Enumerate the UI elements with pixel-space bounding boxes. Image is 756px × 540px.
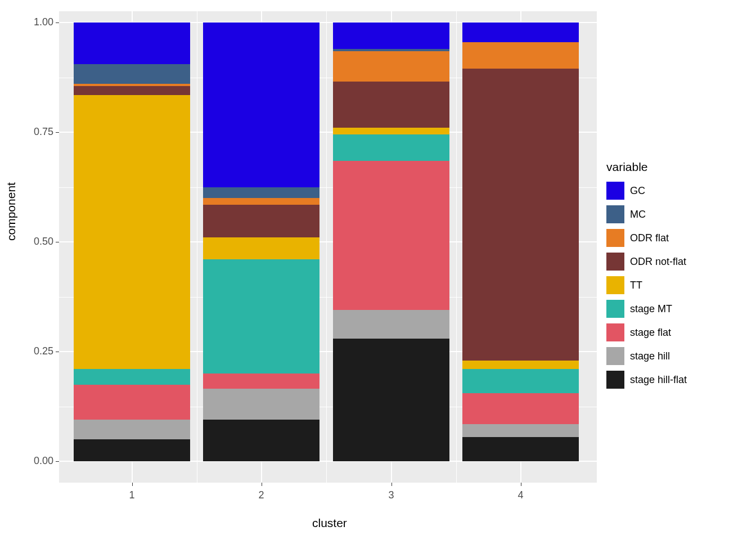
seg-ODR-not-flat: [333, 82, 449, 128]
y-tick-label: 0.50: [25, 236, 53, 248]
seg-stage-MT: [462, 369, 579, 393]
minor-vgridline: [456, 11, 457, 483]
seg-stage-hill: [74, 420, 190, 439]
legend-swatch: [606, 253, 624, 271]
seg-stage-hill-flat: [74, 439, 190, 461]
legend-item-stage-flat: stage flat: [606, 323, 687, 341]
bar-cluster-1: [74, 22, 190, 461]
bar-cluster-2: [203, 22, 320, 461]
legend-item-GC: GC: [606, 182, 687, 200]
seg-TT: [203, 237, 320, 259]
seg-ODR-not-flat: [74, 86, 190, 95]
seg-TT: [74, 95, 190, 370]
x-tick: [521, 483, 521, 486]
y-tick: [56, 242, 59, 242]
legend-label: stage flat: [630, 327, 671, 339]
seg-stage-hill: [333, 310, 449, 339]
minor-vgridline: [197, 11, 197, 483]
legend-swatch: [606, 276, 624, 294]
y-tick-label: 0.00: [25, 455, 53, 467]
legend-item-stage-hill-flat: stage hill-flat: [606, 371, 687, 389]
seg-stage-flat: [333, 161, 449, 310]
seg-ODR-flat: [333, 51, 449, 82]
legend-item-ODR-flat: ODR flat: [606, 229, 687, 247]
legend-swatch: [606, 229, 624, 247]
x-tick-label: 3: [386, 489, 397, 501]
seg-stage-hill-flat: [333, 339, 449, 461]
legend-swatch: [606, 347, 624, 365]
legend-item-ODR-not-flat: ODR not-flat: [606, 253, 687, 271]
seg-ODR-flat: [74, 84, 190, 86]
seg-MC: [203, 187, 320, 199]
bar-cluster-4: [462, 22, 579, 461]
legend-label: ODR flat: [630, 232, 669, 244]
y-tick: [56, 461, 59, 462]
y-axis-title: component: [4, 182, 18, 241]
legend-label: stage MT: [630, 303, 672, 315]
seg-GC: [203, 22, 320, 187]
seg-stage-MT: [74, 369, 190, 384]
x-tick-label: 1: [127, 489, 138, 501]
legend-label: GC: [630, 185, 645, 197]
legend-label: stage hill: [630, 350, 670, 362]
legend-swatch: [606, 205, 624, 223]
y-tick-label: 0.75: [25, 126, 53, 138]
seg-MC: [333, 49, 449, 51]
seg-ODR-flat: [203, 198, 320, 205]
seg-GC: [74, 22, 190, 64]
x-tick: [392, 483, 392, 486]
seg-TT: [462, 361, 579, 370]
seg-stage-hill-flat: [203, 420, 320, 461]
seg-stage-hill-flat: [462, 437, 579, 461]
legend-swatch: [606, 182, 624, 200]
seg-stage-flat: [74, 385, 190, 420]
x-axis-title: cluster: [312, 516, 347, 530]
legend-title: variable: [606, 160, 687, 174]
legend-label: MC: [630, 209, 646, 220]
legend-label: ODR not-flat: [630, 256, 686, 268]
y-tick: [56, 352, 59, 352]
x-tick-label: 4: [515, 489, 526, 501]
y-tick-label: 0.25: [25, 345, 53, 357]
y-tick-label: 1.00: [25, 16, 53, 28]
seg-stage-flat: [462, 393, 579, 424]
seg-stage-MT: [203, 259, 320, 374]
legend: variable GCMCODR flatODR not-flatTTstage…: [606, 160, 687, 394]
legend-label: stage hill-flat: [630, 374, 687, 386]
legend-label: TT: [630, 280, 642, 291]
seg-stage-MT: [333, 134, 449, 161]
x-tick: [132, 483, 133, 486]
seg-ODR-not-flat: [462, 69, 579, 361]
seg-GC: [462, 22, 579, 42]
y-tick: [56, 22, 59, 23]
legend-swatch: [606, 323, 624, 341]
seg-MC: [74, 64, 190, 84]
legend-item-stage-MT: stage MT: [606, 300, 687, 318]
x-tick-label: 2: [256, 489, 267, 501]
minor-vgridline: [326, 11, 327, 483]
seg-ODR-flat: [462, 42, 579, 69]
legend-swatch: [606, 300, 624, 318]
seg-TT: [333, 128, 449, 134]
legend-swatch: [606, 371, 624, 389]
seg-stage-hill: [462, 424, 579, 437]
bar-cluster-3: [333, 22, 449, 461]
seg-GC: [333, 22, 449, 49]
legend-item-MC: MC: [606, 205, 687, 223]
legend-item-stage-hill: stage hill: [606, 347, 687, 365]
seg-ODR-not-flat: [203, 205, 320, 238]
y-tick: [56, 132, 59, 133]
legend-item-TT: TT: [606, 276, 687, 294]
seg-stage-hill: [203, 389, 320, 420]
seg-stage-flat: [203, 374, 320, 389]
x-tick: [262, 483, 262, 486]
